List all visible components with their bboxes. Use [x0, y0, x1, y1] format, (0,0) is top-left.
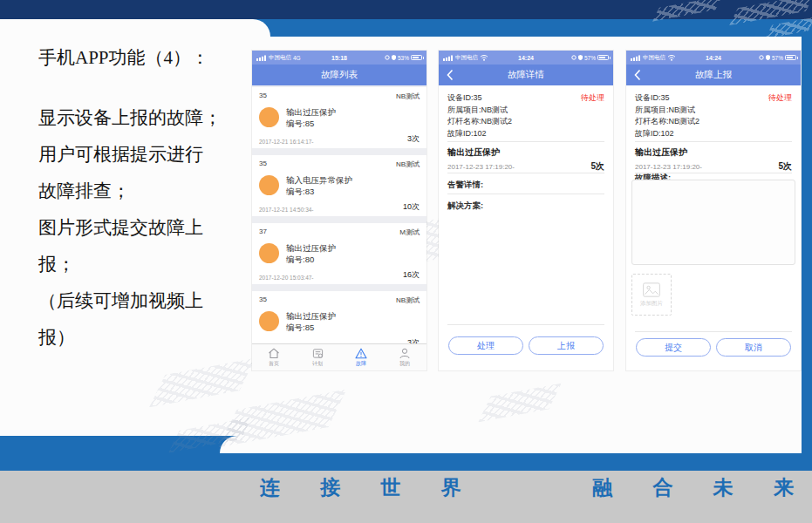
device-id: 设备ID:35	[447, 92, 512, 105]
phone-screenshot-fault-list: 中国电信 4G 15:18 53% 故障列表 35 NB测试	[252, 51, 426, 370]
divider	[447, 324, 604, 325]
slide-right-blue-strip	[802, 19, 812, 471]
project-label: 所属项目:NB测试	[635, 105, 699, 117]
tab-label: 首页	[269, 360, 279, 368]
device-id: 35	[259, 92, 267, 101]
status-bar: 中国电信 14:24 57%	[439, 51, 613, 65]
image-placeholder-icon	[642, 282, 661, 297]
description-line: 故障排查；	[38, 173, 255, 209]
slogan-char: 融	[592, 474, 612, 501]
status-badge: 待处理	[581, 92, 604, 104]
divider	[447, 173, 604, 173]
battery-icon	[597, 55, 609, 60]
page-title: 故障详情	[508, 69, 544, 81]
alarm-detail-label: 告警详情:	[447, 180, 483, 191]
description-line: 显示设备上报的故障；	[38, 99, 255, 136]
slogan-char: 来	[774, 474, 794, 501]
handle-button[interactable]: 处理	[448, 336, 523, 355]
page-title: 故障列表	[321, 69, 358, 81]
slide-white-panel-corner	[0, 19, 270, 38]
status-bar: 中国电信 14:24 57%	[626, 51, 801, 65]
fault-count: 5次	[778, 160, 792, 173]
fault-name: 输出过压保护	[286, 310, 336, 322]
tab-home[interactable]: 首页	[252, 344, 296, 370]
slide-title: 手机APP功能（4）：	[38, 40, 255, 75]
fault-time-row: 2017-12-23 17:19:20- 5次	[447, 160, 604, 173]
fault-time: 2017-12-23 17:19:20-	[635, 163, 702, 171]
fault-name: 输出过压保护	[635, 146, 687, 159]
fault-name: 输入电压异常保护	[286, 174, 352, 186]
fault-code: 编号:83	[286, 186, 352, 197]
tab-label: 计划	[312, 360, 323, 368]
fault-count: 10次	[403, 201, 420, 213]
description-line: 用户可根据提示进行	[38, 136, 255, 173]
fault-time: 2017-12-21 16:14:17-	[259, 139, 314, 145]
decor-hatch-icon	[478, 384, 561, 422]
fault-code: 编号:85	[286, 322, 336, 333]
tab-mine[interactable]: 我的	[383, 344, 426, 370]
fault-description-input[interactable]	[631, 180, 795, 265]
slogan-char: 合	[653, 474, 673, 501]
device-info: 设备ID:35 所属项目:NB测试 灯杆名称:NB测试2 故障ID:102	[635, 92, 699, 139]
slide-white-panel-bottom-corner	[220, 436, 802, 453]
fault-count: 16次	[403, 269, 420, 281]
slide: 手机APP功能（4）： 显示设备上报的故障； 用户可根据提示进行 故障排查； 图…	[0, 0, 812, 523]
slogan-char: 世	[381, 474, 401, 501]
footer-slogan: 连 接 世 界 融 合 未 来	[260, 474, 794, 501]
description-line: 报；	[38, 246, 255, 282]
solution-label: 解决方案:	[447, 200, 483, 212]
add-image-label: 添加图片	[640, 300, 663, 308]
fault-avatar	[259, 243, 279, 263]
report-button[interactable]: 上报	[529, 336, 604, 355]
fault-id: 故障ID:102	[447, 128, 512, 140]
cancel-button[interactable]: 取消	[716, 338, 791, 357]
feature-description: 手机APP功能（4）： 显示设备上报的故障； 用户可根据提示进行 故障排查； 图…	[38, 40, 255, 356]
tab-fault[interactable]: 故障	[339, 344, 383, 370]
fault-code: 编号:85	[286, 118, 336, 129]
battery-icon	[785, 55, 796, 60]
submit-button[interactable]: 提交	[636, 338, 711, 357]
fault-list-item[interactable]: 35 NB测试 输出过压保护 编号:85 2017-12-21 16:14:17…	[252, 291, 426, 343]
tab-label: 故障	[356, 360, 366, 368]
clock-label: 14:24	[439, 55, 613, 61]
project-label: 所属项目:NB测试	[447, 105, 512, 117]
divider	[635, 141, 792, 142]
pole-name: 灯杆名称:NB测试2	[635, 116, 699, 128]
pole-name: 灯杆名称:NB测试2	[447, 116, 512, 128]
back-icon[interactable]	[446, 69, 454, 81]
project-label: NB测试	[396, 92, 420, 101]
phone-screenshot-fault-detail: 中国电信 14:24 57% 故障详情 设备ID:35 所属项目:NB测试 灯杆…	[439, 51, 613, 370]
fault-time-row: 2017-12-23 17:19:20- 5次	[635, 160, 792, 173]
add-image-button[interactable]: 添加图片	[631, 274, 672, 316]
device-id: 37	[259, 228, 267, 237]
fault-name: 输出过压保护	[286, 242, 336, 254]
phone-screenshot-fault-report: 中国电信 14:24 57% 故障上报 设备ID:35 所属项目:NB测试 灯杆…	[626, 51, 801, 370]
decor-hatch-icon	[149, 358, 256, 407]
warning-triangle-icon	[355, 348, 367, 359]
fault-avatar	[259, 107, 279, 127]
fault-list-item[interactable]: 35 NB测试 输入电压异常保护 编号:83 2017-12-21 14:50:…	[252, 155, 426, 216]
status-badge: 待处理	[768, 92, 792, 104]
person-icon	[399, 348, 411, 359]
back-icon[interactable]	[633, 69, 642, 81]
fault-list-item[interactable]: 37 M测试 输出过压保护 编号:80 2017-12-20 15:03:47-…	[252, 223, 426, 284]
fault-count: 3次	[407, 133, 420, 145]
tab-label: 我的	[399, 360, 410, 368]
fault-name: 输出过压保护	[286, 106, 336, 118]
clock-label: 14:24	[626, 55, 801, 61]
nav-bar: 故障上报	[626, 65, 801, 85]
battery-icon	[411, 55, 422, 60]
page-title: 故障上报	[695, 69, 732, 81]
divider	[447, 141, 604, 142]
fault-time: 2017-12-23 17:19:20-	[447, 163, 515, 171]
home-icon	[268, 348, 280, 359]
fault-count: 5次	[590, 160, 604, 173]
fault-avatar	[259, 175, 279, 195]
project-label: NB测试	[396, 295, 420, 305]
description-line: （后续可增加视频上	[38, 282, 255, 319]
fault-list-item[interactable]: 35 NB测试 输出过压保护 编号:85 2017-12-21 16:14:17…	[252, 87, 426, 148]
slogan-char: 连	[260, 474, 280, 501]
nav-bar: 故障列表	[252, 65, 426, 85]
description-line: 报）	[38, 319, 255, 356]
tab-plan[interactable]: 计划	[296, 344, 339, 370]
